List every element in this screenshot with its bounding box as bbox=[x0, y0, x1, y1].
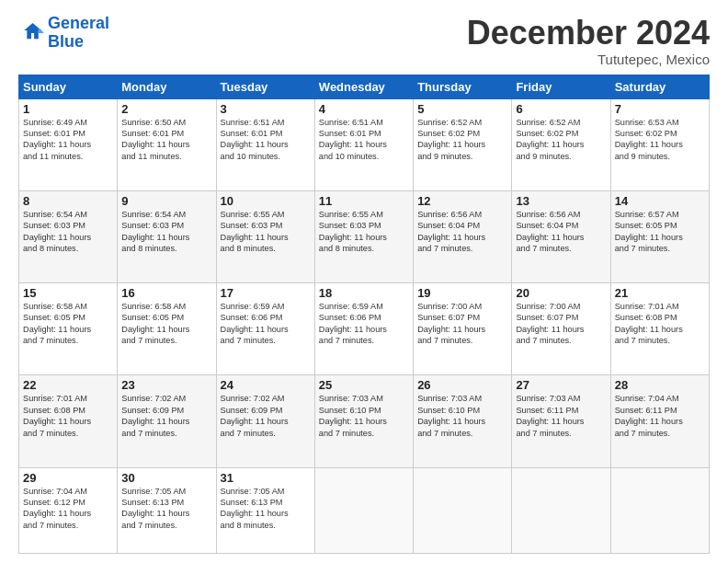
table-row: 3Sunrise: 6:51 AM Sunset: 6:01 PM Daylig… bbox=[216, 98, 314, 190]
day-info: Sunrise: 6:51 AM Sunset: 6:01 PM Dayligh… bbox=[221, 117, 311, 163]
day-number: 26 bbox=[417, 378, 507, 392]
col-wednesday: Wednesday bbox=[314, 75, 413, 98]
day-info: Sunrise: 6:54 AM Sunset: 6:03 PM Dayligh… bbox=[121, 209, 211, 255]
day-number: 31 bbox=[221, 471, 311, 485]
col-monday: Monday bbox=[118, 75, 216, 98]
logo-icon bbox=[18, 20, 44, 46]
day-info: Sunrise: 6:52 AM Sunset: 6:02 PM Dayligh… bbox=[417, 117, 507, 163]
day-number: 6 bbox=[516, 102, 606, 116]
day-number: 18 bbox=[319, 286, 409, 300]
table-row: 21Sunrise: 7:01 AM Sunset: 6:08 PM Dayli… bbox=[610, 283, 709, 375]
table-row: 26Sunrise: 7:03 AM Sunset: 6:10 PM Dayli… bbox=[414, 375, 512, 467]
table-row: 7Sunrise: 6:53 AM Sunset: 6:02 PM Daylig… bbox=[610, 98, 709, 190]
day-info: Sunrise: 7:00 AM Sunset: 6:07 PM Dayligh… bbox=[516, 301, 606, 347]
header: General Blue December 2024 Tututepec, Me… bbox=[18, 15, 710, 67]
day-info: Sunrise: 6:59 AM Sunset: 6:06 PM Dayligh… bbox=[319, 301, 409, 347]
calendar-header-row: Sunday Monday Tuesday Wednesday Thursday… bbox=[19, 75, 710, 98]
day-info: Sunrise: 7:05 AM Sunset: 6:13 PM Dayligh… bbox=[121, 486, 211, 532]
day-info: Sunrise: 6:58 AM Sunset: 6:05 PM Dayligh… bbox=[23, 301, 113, 347]
table-row bbox=[314, 467, 413, 553]
table-row: 25Sunrise: 7:03 AM Sunset: 6:10 PM Dayli… bbox=[314, 375, 413, 467]
day-info: Sunrise: 7:04 AM Sunset: 6:12 PM Dayligh… bbox=[23, 486, 113, 532]
col-sunday: Sunday bbox=[19, 75, 118, 98]
day-number: 27 bbox=[516, 378, 606, 392]
day-info: Sunrise: 6:50 AM Sunset: 6:01 PM Dayligh… bbox=[121, 117, 211, 163]
table-row: 9Sunrise: 6:54 AM Sunset: 6:03 PM Daylig… bbox=[118, 190, 216, 282]
table-row: 1Sunrise: 6:49 AM Sunset: 6:01 PM Daylig… bbox=[19, 98, 118, 190]
day-number: 4 bbox=[319, 102, 409, 116]
table-row: 20Sunrise: 7:00 AM Sunset: 6:07 PM Dayli… bbox=[512, 283, 610, 375]
day-number: 12 bbox=[417, 194, 507, 208]
day-info: Sunrise: 7:03 AM Sunset: 6:11 PM Dayligh… bbox=[516, 393, 606, 439]
table-row: 23Sunrise: 7:02 AM Sunset: 6:09 PM Dayli… bbox=[118, 375, 216, 467]
logo-blue: Blue bbox=[48, 32, 84, 51]
table-row: 18Sunrise: 6:59 AM Sunset: 6:06 PM Dayli… bbox=[314, 283, 413, 375]
location: Tututepec, Mexico bbox=[467, 52, 710, 67]
table-row: 10Sunrise: 6:55 AM Sunset: 6:03 PM Dayli… bbox=[216, 190, 314, 282]
table-row: 30Sunrise: 7:05 AM Sunset: 6:13 PM Dayli… bbox=[118, 467, 216, 553]
logo-general: General bbox=[48, 14, 109, 32]
day-info: Sunrise: 6:56 AM Sunset: 6:04 PM Dayligh… bbox=[417, 209, 507, 255]
day-number: 2 bbox=[121, 102, 211, 116]
day-number: 14 bbox=[615, 194, 705, 208]
table-row: 31Sunrise: 7:05 AM Sunset: 6:13 PM Dayli… bbox=[216, 467, 314, 553]
day-number: 23 bbox=[121, 378, 211, 392]
day-info: Sunrise: 6:58 AM Sunset: 6:05 PM Dayligh… bbox=[121, 301, 211, 347]
day-number: 8 bbox=[23, 194, 113, 208]
table-row: 28Sunrise: 7:04 AM Sunset: 6:11 PM Dayli… bbox=[610, 375, 709, 467]
day-info: Sunrise: 7:02 AM Sunset: 6:09 PM Dayligh… bbox=[121, 393, 211, 439]
table-row: 14Sunrise: 6:57 AM Sunset: 6:05 PM Dayli… bbox=[610, 190, 709, 282]
table-row: 27Sunrise: 7:03 AM Sunset: 6:11 PM Dayli… bbox=[512, 375, 610, 467]
logo-text: General Blue bbox=[48, 15, 109, 52]
day-info: Sunrise: 6:55 AM Sunset: 6:03 PM Dayligh… bbox=[319, 209, 409, 255]
table-row: 24Sunrise: 7:02 AM Sunset: 6:09 PM Dayli… bbox=[216, 375, 314, 467]
col-saturday: Saturday bbox=[610, 75, 709, 98]
table-row: 16Sunrise: 6:58 AM Sunset: 6:05 PM Dayli… bbox=[118, 283, 216, 375]
col-thursday: Thursday bbox=[414, 75, 512, 98]
table-row: 5Sunrise: 6:52 AM Sunset: 6:02 PM Daylig… bbox=[414, 98, 512, 190]
table-row bbox=[512, 467, 610, 553]
day-info: Sunrise: 6:57 AM Sunset: 6:05 PM Dayligh… bbox=[615, 209, 705, 255]
day-number: 11 bbox=[319, 194, 409, 208]
day-info: Sunrise: 7:03 AM Sunset: 6:10 PM Dayligh… bbox=[319, 393, 409, 439]
day-number: 22 bbox=[23, 378, 113, 392]
page: General Blue December 2024 Tututepec, Me… bbox=[0, 0, 728, 563]
day-number: 3 bbox=[221, 102, 311, 116]
day-number: 21 bbox=[615, 286, 705, 300]
table-row: 4Sunrise: 6:51 AM Sunset: 6:01 PM Daylig… bbox=[314, 98, 413, 190]
table-row: 12Sunrise: 6:56 AM Sunset: 6:04 PM Dayli… bbox=[414, 190, 512, 282]
table-row bbox=[414, 467, 512, 553]
table-row: 29Sunrise: 7:04 AM Sunset: 6:12 PM Dayli… bbox=[19, 467, 118, 553]
day-number: 9 bbox=[121, 194, 211, 208]
table-row: 13Sunrise: 6:56 AM Sunset: 6:04 PM Dayli… bbox=[512, 190, 610, 282]
table-row bbox=[610, 467, 709, 553]
day-info: Sunrise: 7:04 AM Sunset: 6:11 PM Dayligh… bbox=[615, 393, 705, 439]
day-info: Sunrise: 6:49 AM Sunset: 6:01 PM Dayligh… bbox=[23, 117, 113, 163]
day-info: Sunrise: 6:52 AM Sunset: 6:02 PM Dayligh… bbox=[516, 117, 606, 163]
day-number: 10 bbox=[221, 194, 311, 208]
day-number: 19 bbox=[417, 286, 507, 300]
day-number: 28 bbox=[615, 378, 705, 392]
calendar-table: Sunday Monday Tuesday Wednesday Thursday… bbox=[18, 75, 710, 554]
logo: General Blue bbox=[18, 15, 109, 52]
day-info: Sunrise: 7:03 AM Sunset: 6:10 PM Dayligh… bbox=[417, 393, 507, 439]
day-number: 1 bbox=[23, 102, 113, 116]
day-number: 30 bbox=[121, 471, 211, 485]
day-info: Sunrise: 6:54 AM Sunset: 6:03 PM Dayligh… bbox=[23, 209, 113, 255]
month-title: December 2024 bbox=[467, 15, 710, 52]
table-row: 8Sunrise: 6:54 AM Sunset: 6:03 PM Daylig… bbox=[19, 190, 118, 282]
table-row: 19Sunrise: 7:00 AM Sunset: 6:07 PM Dayli… bbox=[414, 283, 512, 375]
svg-marker-1 bbox=[39, 28, 44, 33]
day-number: 15 bbox=[23, 286, 113, 300]
day-info: Sunrise: 7:01 AM Sunset: 6:08 PM Dayligh… bbox=[615, 301, 705, 347]
day-info: Sunrise: 6:51 AM Sunset: 6:01 PM Dayligh… bbox=[319, 117, 409, 163]
day-info: Sunrise: 6:53 AM Sunset: 6:02 PM Dayligh… bbox=[615, 117, 705, 163]
table-row: 11Sunrise: 6:55 AM Sunset: 6:03 PM Dayli… bbox=[314, 190, 413, 282]
table-row: 6Sunrise: 6:52 AM Sunset: 6:02 PM Daylig… bbox=[512, 98, 610, 190]
day-number: 5 bbox=[417, 102, 507, 116]
day-info: Sunrise: 6:59 AM Sunset: 6:06 PM Dayligh… bbox=[221, 301, 311, 347]
table-row: 22Sunrise: 7:01 AM Sunset: 6:08 PM Dayli… bbox=[19, 375, 118, 467]
day-info: Sunrise: 7:00 AM Sunset: 6:07 PM Dayligh… bbox=[417, 301, 507, 347]
col-friday: Friday bbox=[512, 75, 610, 98]
day-info: Sunrise: 7:02 AM Sunset: 6:09 PM Dayligh… bbox=[221, 393, 311, 439]
